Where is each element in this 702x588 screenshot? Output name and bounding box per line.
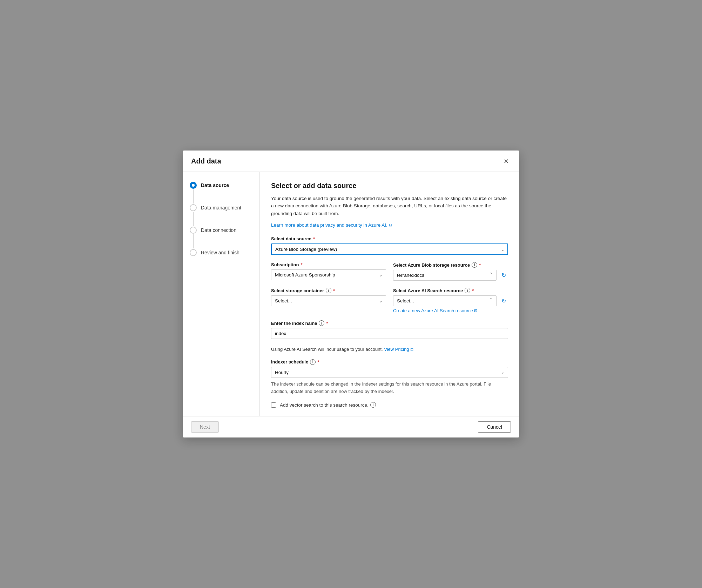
description-text: Your data source is used to ground the g… [271,195,508,218]
blob-storage-dropdown-wrapper: terranexdocs ⌄ ↻ [393,270,508,281]
data-source-dropdown-wrapper: Azure Blob Storage (preview) ⌄ [271,243,508,255]
storage-container-field-label: Select storage container i * [271,288,386,293]
step-item-review-finish[interactable]: Review and finish [190,249,252,256]
info-icon-indexer-schedule[interactable]: i [310,359,316,365]
two-col-container-search: Select storage container i * Select... ⌄ [271,288,508,313]
storage-container-dropdown[interactable]: Select... [271,295,386,306]
data-source-dropdown[interactable]: Azure Blob Storage (preview) [271,243,508,255]
step-circle-data-source [190,182,197,189]
field-group-ai-search: Select Azure AI Search resource i * Sele… [393,288,508,313]
create-new-ai-search-link[interactable]: Create a new Azure AI Search resource ⊡ [393,308,477,313]
step-label-review-finish: Review and finish [201,249,239,256]
field-group-indexer-schedule: Indexer schedule i * Hourly ⌄ The indexe… [271,359,508,395]
info-icon-storage-container[interactable]: i [326,288,331,293]
cancel-button[interactable]: Cancel [478,421,511,433]
modal-body: Data source Data management [183,172,519,416]
blob-storage-dropdown[interactable]: terranexdocs [393,270,497,281]
required-star-blob: * [479,262,481,268]
ai-search-dropdown-inner: Select... ⌄ [393,295,497,306]
field-group-storage-container: Select storage container i * Select... ⌄ [271,288,386,313]
index-name-input[interactable] [271,328,508,339]
blob-storage-dropdown-inner: terranexdocs ⌄ [393,270,497,281]
section-title: Select or add data source [271,182,508,190]
main-content: Select or add data source Your data sour… [260,172,519,416]
external-link-icon: ⊡ [389,223,392,227]
ai-search-field-label: Select Azure AI Search resource i * [393,288,508,293]
step-circle-data-connection [190,227,197,234]
info-icon-blob-storage[interactable]: i [472,262,477,268]
required-star-ai-search: * [472,288,474,293]
step-label-data-connection: Data connection [201,227,236,234]
index-name-field-label: Enter the index name i * [271,320,508,326]
modal-header: Add data ✕ [183,151,519,172]
step-line-1 [193,189,194,203]
modal-overlay: Add data ✕ Data source [0,0,702,588]
field-group-index-name: Enter the index name i * [271,320,508,339]
learn-more-link[interactable]: Learn more about data privacy and securi… [271,222,392,228]
step-line-2 [193,212,194,226]
step-connector-4 [190,249,197,256]
learn-more-text: Learn more about data privacy and securi… [271,222,387,228]
required-star-index: * [326,321,328,326]
info-icon-index-name[interactable]: i [319,320,324,326]
field-group-data-source: Select data source * Azure Blob Storage … [271,236,508,255]
required-star-container: * [333,288,335,293]
blob-storage-refresh-button[interactable]: ↻ [499,270,508,281]
step-connector-2 [190,204,197,227]
step-line-3 [193,234,194,248]
vector-search-row: Add vector search to this search resourc… [271,402,508,408]
storage-container-dropdown-wrapper: Select... ⌄ [271,295,386,306]
indexer-note: The indexer schedule can be changed in t… [271,381,508,395]
step-connector-1 [190,182,197,204]
subscription-dropdown[interactable]: Microsoft Azure Sponsorship [271,269,386,280]
step-item-data-connection[interactable]: Data connection [190,227,252,249]
info-icon-ai-search[interactable]: i [465,288,470,293]
modal-title: Add data [191,157,221,165]
step-circle-review-finish [190,249,197,256]
indexer-schedule-dropdown-wrapper: Hourly ⌄ [271,367,508,378]
indexer-schedule-dropdown[interactable]: Hourly [271,367,508,378]
info-icon-vector-search[interactable]: i [370,402,376,408]
data-source-field-label: Select data source * [271,236,508,241]
step-circle-data-management [190,204,197,211]
step-item-data-management[interactable]: Data management [190,204,252,227]
required-star-datasource: * [313,236,315,241]
vector-search-label[interactable]: Add vector search to this search resourc… [280,402,376,408]
two-col-subscription-blob: Subscription * Microsoft Azure Sponsorsh… [271,262,508,281]
step-item-data-source[interactable]: Data source [190,182,252,204]
add-data-modal: Add data ✕ Data source [183,151,519,438]
field-group-subscription: Subscription * Microsoft Azure Sponsorsh… [271,262,386,281]
create-link-external-icon: ⊡ [474,308,477,313]
modal-footer: Next Cancel [183,416,519,437]
field-group-blob-storage: Select Azure Blob storage resource i * t… [393,262,508,281]
subscription-field-label: Subscription * [271,262,386,267]
close-button[interactable]: ✕ [501,157,511,166]
blob-storage-field-label: Select Azure Blob storage resource i * [393,262,508,268]
step-connector-3 [190,227,197,249]
ai-search-dropdown[interactable]: Select... [393,295,497,306]
next-button[interactable]: Next [191,421,219,433]
indexer-schedule-field-label: Indexer schedule i * [271,359,508,365]
sidebar: Data source Data management [183,172,260,416]
required-star-subscription: * [301,262,302,267]
step-label-data-source: Data source [201,182,229,189]
step-label-data-management: Data management [201,204,241,212]
usage-note: Using Azure AI Search will incur usage t… [271,346,508,353]
ai-search-dropdown-wrapper: Select... ⌄ ↻ [393,295,508,306]
view-pricing-ext-icon: ⊡ [410,347,413,352]
view-pricing-link[interactable]: View Pricing ⊡ [384,347,413,352]
ai-search-refresh-button[interactable]: ↻ [499,295,508,306]
subscription-dropdown-wrapper: Microsoft Azure Sponsorship ⌄ [271,269,386,280]
vector-search-checkbox[interactable] [271,402,276,408]
required-star-indexer: * [317,359,319,365]
